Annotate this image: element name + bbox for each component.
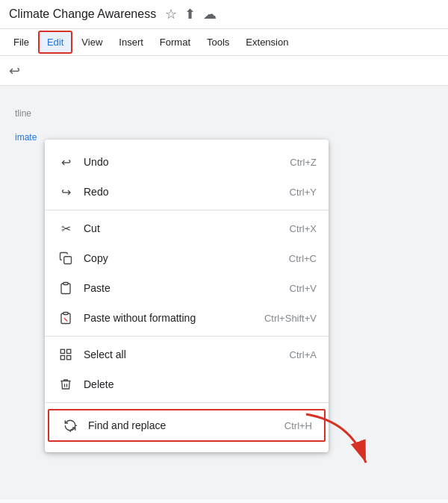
document-title: Climate Change Awareness	[9, 7, 156, 21]
cut-icon: ✂	[57, 219, 75, 237]
paste-label: Paste	[84, 282, 290, 294]
dropdown-item-select-all[interactable]: Select all Ctrl+A	[45, 340, 329, 369]
svg-rect-7	[60, 356, 64, 360]
select-all-icon	[57, 346, 75, 363]
undo-shortcut: Ctrl+Z	[290, 157, 317, 168]
find-replace-icon	[61, 416, 79, 434]
dropdown-item-undo[interactable]: ↩ Undo Ctrl+Z	[45, 147, 329, 177]
svg-rect-1	[63, 283, 68, 285]
copy-icon	[57, 249, 75, 267]
copy-shortcut: Ctrl+C	[289, 253, 317, 264]
dropdown-item-copy[interactable]: Copy Ctrl+C	[45, 243, 329, 273]
cut-shortcut: Ctrl+X	[290, 223, 317, 234]
dropdown-section-clipboard: ✂ Cut Ctrl+X Copy Ctrl+C	[45, 210, 329, 337]
copy-label: Copy	[84, 252, 289, 264]
svg-line-3	[64, 318, 68, 322]
folder-upload-icon[interactable]: ⬆	[184, 6, 196, 22]
menu-insert[interactable]: Insert	[111, 32, 151, 52]
paste-icon	[57, 279, 75, 297]
delete-label: Delete	[84, 378, 317, 390]
delete-icon	[57, 375, 75, 393]
menu-bar: File Edit View Insert Format Tools Exten…	[0, 29, 448, 56]
paste-no-format-icon	[57, 309, 75, 327]
dropdown-section-undo: ↩ Undo Ctrl+Z ↪ Redo Ctrl+Y	[45, 144, 329, 210]
find-replace-shortcut: Ctrl+H	[284, 420, 312, 431]
svg-rect-6	[67, 356, 71, 360]
undo-toolbar-icon[interactable]: ↩	[6, 60, 23, 82]
find-replace-label: Find and replace	[88, 419, 284, 431]
select-all-shortcut: Ctrl+A	[290, 349, 317, 360]
svg-rect-5	[67, 349, 71, 353]
redo-shortcut: Ctrl+Y	[290, 187, 317, 198]
cloud-icon[interactable]: ☁	[203, 6, 217, 22]
menu-format[interactable]: Format	[152, 32, 198, 52]
menu-tools[interactable]: Tools	[199, 32, 237, 52]
redo-icon: ↪	[57, 183, 75, 201]
cut-label: Cut	[84, 222, 290, 234]
document-body: tline imate ↩ Undo Ctrl+Z ↪ Redo Ctrl+Y …	[0, 86, 448, 499]
dropdown-item-delete[interactable]: Delete	[45, 369, 329, 399]
svg-rect-2	[63, 313, 68, 315]
select-all-label: Select all	[84, 349, 290, 360]
dropdown-item-redo[interactable]: ↪ Redo Ctrl+Y	[45, 177, 329, 207]
paste-no-format-label: Paste without formatting	[84, 312, 264, 324]
redo-label: Redo	[84, 186, 290, 198]
dropdown-section-find: Find and replace Ctrl+H	[45, 403, 329, 448]
dropdown-section-select: Select all Ctrl+A Delete	[45, 337, 329, 403]
dropdown-item-paste-no-format[interactable]: Paste without formatting Ctrl+Shift+V	[45, 303, 329, 333]
paste-no-format-shortcut: Ctrl+Shift+V	[264, 313, 317, 324]
outline-label: tline	[15, 108, 60, 119]
undo-label: Undo	[84, 156, 290, 168]
title-icons: ☆ ⬆ ☁	[165, 6, 217, 22]
dropdown-item-find-replace[interactable]: Find and replace Ctrl+H	[48, 409, 326, 442]
star-icon[interactable]: ☆	[165, 6, 177, 22]
paste-shortcut: Ctrl+V	[290, 283, 317, 294]
menu-edit[interactable]: Edit	[38, 31, 72, 54]
toolbar: ↩	[0, 56, 448, 86]
undo-icon: ↩	[57, 153, 75, 171]
edit-dropdown-menu: ↩ Undo Ctrl+Z ↪ Redo Ctrl+Y ✂ Cut Ctrl+X	[45, 140, 329, 452]
svg-rect-4	[60, 349, 64, 353]
title-bar: Climate Change Awareness ☆ ⬆ ☁	[0, 0, 448, 29]
menu-extension[interactable]: Extension	[238, 32, 296, 52]
menu-file[interactable]: File	[6, 32, 37, 52]
dropdown-item-paste[interactable]: Paste Ctrl+V	[45, 273, 329, 303]
dropdown-item-cut[interactable]: ✂ Cut Ctrl+X	[45, 213, 329, 243]
svg-rect-0	[64, 257, 72, 264]
menu-view[interactable]: View	[74, 32, 110, 52]
